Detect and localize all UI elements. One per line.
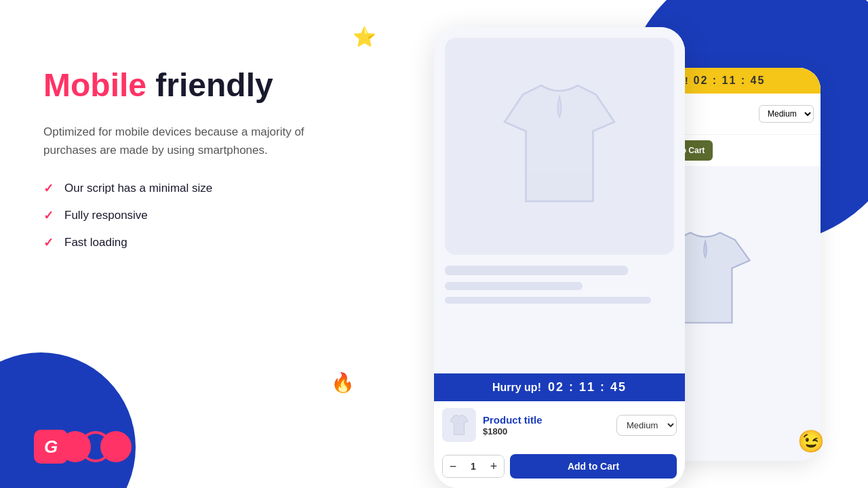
left-content-area: Mobile friendly Optimized for mobile dev… bbox=[43, 68, 369, 262]
main-cart-section: Product title $1800 Medium Small Large bbox=[434, 401, 685, 449]
back-size-select[interactable]: Medium Small Large bbox=[759, 105, 814, 123]
placeholder-desc bbox=[445, 297, 651, 304]
fire-icon: 🔥 bbox=[331, 371, 355, 394]
feature-item-2: ✓ Fully responsive bbox=[43, 208, 369, 223]
phone-screen: Hurry up! 02 : 11 : 45 Product title $18… bbox=[434, 27, 685, 488]
phones-area: Hurry up! 02 : 11 : 45 Product title $18… bbox=[380, 0, 868, 488]
check-icon-3: ✓ bbox=[43, 235, 54, 250]
logo-ring-3 bbox=[100, 431, 132, 462]
gooo-logo: G bbox=[34, 430, 132, 464]
main-headline: Mobile friendly bbox=[43, 68, 369, 104]
qty-value: 1 bbox=[463, 461, 484, 472]
feature-label-2: Fully responsive bbox=[64, 209, 148, 222]
check-icon-1: ✓ bbox=[43, 181, 54, 196]
feature-item-3: ✓ Fast loading bbox=[43, 235, 369, 250]
cart-price: $1800 bbox=[483, 426, 610, 436]
product-image-area bbox=[445, 38, 674, 255]
add-to-cart-button[interactable]: Add to Cart bbox=[510, 454, 677, 479]
description-text: Optimized for mobile devices because a m… bbox=[43, 123, 328, 159]
size-select[interactable]: Medium Small Large bbox=[616, 415, 677, 436]
star-icon: ⭐ bbox=[353, 26, 376, 48]
logo-g-letter: G bbox=[34, 430, 68, 464]
feature-item-1: ✓ Our script has a minimal size bbox=[43, 181, 369, 196]
back-hurry-time: 02 : 11 : 45 bbox=[694, 75, 766, 87]
logo-rings bbox=[65, 431, 132, 462]
cart-thumb bbox=[442, 408, 476, 442]
qty-plus-button[interactable]: + bbox=[484, 455, 504, 477]
qty-minus-button[interactable]: − bbox=[443, 455, 463, 477]
main-shirt-svg bbox=[498, 79, 620, 214]
qty-controls: − 1 + bbox=[442, 455, 505, 478]
placeholder-title bbox=[445, 266, 628, 275]
feature-label-1: Our script has a minimal size bbox=[64, 182, 212, 195]
feature-list: ✓ Our script has a minimal size ✓ Fully … bbox=[43, 181, 369, 250]
cart-info: Product title $1800 bbox=[483, 414, 610, 436]
cart-product-title: Product title bbox=[483, 414, 610, 426]
text-placeholders bbox=[434, 255, 685, 310]
main-hurry-time: 02 : 11 : 45 bbox=[548, 380, 627, 394]
wink-icon: 😉 bbox=[797, 428, 825, 454]
headline-red: Mobile bbox=[43, 67, 146, 103]
bg-circle-bottom bbox=[0, 352, 136, 488]
main-hurry-label: Hurry up! bbox=[492, 382, 541, 394]
headline-dark: friendly bbox=[146, 67, 273, 103]
cart-shirt-icon bbox=[448, 414, 470, 436]
check-icon-2: ✓ bbox=[43, 208, 54, 223]
phone-main: Hurry up! 02 : 11 : 45 Product title $18… bbox=[434, 27, 685, 488]
feature-label-3: Fast loading bbox=[64, 236, 127, 249]
main-hurry-bar: Hurry up! 02 : 11 : 45 bbox=[434, 373, 685, 401]
placeholder-subtitle bbox=[445, 282, 583, 290]
